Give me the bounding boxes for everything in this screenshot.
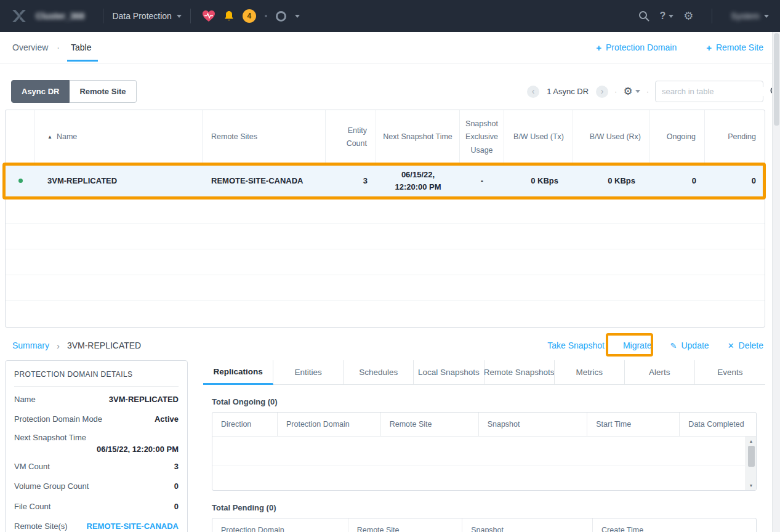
details-panel-title: PROTECTION DOMAIN DETAILS bbox=[14, 361, 179, 386]
empty-table-row bbox=[6, 275, 765, 300]
ongoing-table-body: ▲ ▼ bbox=[212, 436, 756, 490]
tab-alerts[interactable]: Alerts bbox=[625, 360, 695, 385]
pagination-next-button[interactable]: › bbox=[596, 86, 608, 98]
add-protection-domain-button[interactable]: + Protection Domain bbox=[596, 42, 677, 53]
cluster-name[interactable]: Cluster_368 bbox=[36, 11, 84, 21]
protection-domain-details-panel: PROTECTION DOMAIN DETAILS Name 3VM-REPLI… bbox=[5, 360, 188, 532]
page-scrollbar[interactable] bbox=[772, 32, 780, 532]
detail-label: VM Count bbox=[14, 462, 50, 471]
nutanix-logo-icon[interactable] bbox=[11, 9, 27, 23]
separator-dot bbox=[265, 15, 267, 17]
health-heart-icon[interactable] bbox=[202, 10, 215, 22]
tab-schedules[interactable]: Schedules bbox=[344, 360, 414, 385]
update-button[interactable]: ✎ Update bbox=[670, 341, 709, 350]
empty-table-row bbox=[6, 223, 765, 249]
total-ongoing-title: Total Ongoing (0) bbox=[212, 397, 757, 406]
ongoing-table-header: Direction Protection Domain Remote Site … bbox=[212, 413, 756, 436]
sort-asc-icon: ▲ bbox=[47, 133, 52, 142]
page-scrollbar-thumb[interactable] bbox=[774, 33, 779, 126]
user-menu[interactable]: System bbox=[731, 11, 769, 21]
column-header-bw-tx[interactable]: B/W Used (Tx) bbox=[504, 110, 573, 164]
settings-gear-icon[interactable]: ⚙ bbox=[683, 10, 693, 22]
column-header-remote-sites[interactable]: Remote Sites bbox=[203, 110, 326, 164]
tab-events[interactable]: Events bbox=[695, 360, 765, 385]
detail-tabs: Replications Entities Schedules Local Sn… bbox=[203, 360, 765, 385]
topbar-divider bbox=[712, 9, 712, 23]
toggle-async-dr[interactable]: Async DR bbox=[11, 80, 70, 103]
cell-bw-tx: 0 KBps bbox=[504, 164, 573, 197]
cell-pending: 0 bbox=[705, 164, 765, 197]
data-protection-page: Cluster_368 Data Protection 4 bbox=[0, 0, 780, 532]
alerts-bell-icon[interactable] bbox=[224, 10, 234, 22]
alert-count-badge[interactable]: 4 bbox=[243, 9, 256, 23]
question-icon: ? bbox=[659, 10, 665, 22]
ongoing-header-remote-site: Remote Site bbox=[381, 413, 479, 436]
ongoing-table-scrollbar[interactable]: ▲ ▼ bbox=[746, 437, 756, 490]
detail-row-volume-group-count: Volume Group Count 0 bbox=[14, 477, 179, 497]
scroll-down-icon[interactable]: ▼ bbox=[749, 481, 754, 490]
column-header-ongoing[interactable]: Ongoing bbox=[650, 110, 705, 164]
tab-metrics[interactable]: Metrics bbox=[555, 360, 625, 385]
topbar-divider bbox=[103, 9, 103, 23]
section-menu-label: Data Protection bbox=[112, 11, 172, 21]
detail-row-file-count: File Count 0 bbox=[14, 496, 179, 517]
tab-entities[interactable]: Entities bbox=[273, 360, 344, 385]
update-label: Update bbox=[681, 341, 709, 350]
migrate-button[interactable]: Migrate bbox=[623, 341, 652, 350]
tasks-ring-icon[interactable] bbox=[276, 11, 286, 22]
ongoing-header-protection-domain: Protection Domain bbox=[278, 413, 381, 436]
take-snapshot-button[interactable]: Take Snapshot bbox=[547, 341, 605, 350]
scroll-up-icon[interactable]: ▲ bbox=[749, 437, 754, 446]
separator-dot: · bbox=[614, 87, 617, 96]
detail-row-name: Name 3VM-REPLICATED bbox=[14, 389, 179, 409]
ongoing-header-start-time: Start Time bbox=[587, 413, 680, 436]
tab-overview[interactable]: Overview bbox=[12, 42, 48, 52]
section-menu-dropdown[interactable]: Data Protection bbox=[112, 11, 182, 21]
row-separator bbox=[212, 465, 745, 465]
column-header-next-snapshot-time[interactable]: Next Snapshot Time bbox=[376, 110, 460, 164]
add-remote-site-button[interactable]: + Remote Site bbox=[706, 42, 763, 53]
detail-value: Active bbox=[155, 414, 179, 424]
detail-row-next-snapshot-time: Next Snapshot Time 06/15/22, 12:20:00 PM bbox=[14, 429, 179, 456]
cell-snapshot-exclusive-usage: - bbox=[460, 164, 504, 197]
cell-bw-rx: 0 KBps bbox=[573, 164, 650, 197]
delete-button[interactable]: ✕ Delete bbox=[728, 341, 763, 350]
column-header-name[interactable]: ▲ Name bbox=[35, 110, 203, 164]
x-icon: ✕ bbox=[728, 341, 734, 350]
chevron-down-icon bbox=[669, 15, 673, 18]
table-settings-gear[interactable]: ⚙ bbox=[623, 86, 640, 97]
chevron-right-icon: › bbox=[57, 341, 60, 351]
empty-table-row bbox=[6, 249, 765, 275]
chevron-down-icon[interactable] bbox=[295, 15, 300, 18]
search-icon[interactable] bbox=[638, 10, 649, 22]
pending-header-protection-domain: Protection Domain bbox=[212, 518, 348, 532]
breadcrumb-summary-link[interactable]: Summary bbox=[12, 341, 49, 350]
tab-table[interactable]: Table bbox=[68, 33, 94, 62]
protection-domain-table: ▲ Name Remote Sites Entity Count Next Sn… bbox=[5, 110, 765, 328]
topbar-divider bbox=[190, 9, 191, 23]
remote-site-link[interactable]: REMOTE-SITE-CANADA bbox=[87, 522, 179, 531]
help-menu[interactable]: ? bbox=[659, 10, 673, 22]
gear-icon: ⚙ bbox=[623, 86, 632, 97]
search-input[interactable] bbox=[662, 87, 770, 96]
column-header-pending[interactable]: Pending bbox=[705, 110, 765, 164]
tab-local-snapshots[interactable]: Local Snapshots bbox=[414, 360, 484, 385]
add-protection-domain-label: Protection Domain bbox=[606, 42, 677, 52]
detail-label: Next Snapshot Time bbox=[14, 432, 179, 442]
cell-remote-sites: REMOTE-SITE-CANADA bbox=[203, 164, 326, 197]
tab-remote-snapshots[interactable]: Remote Snapshots bbox=[484, 360, 555, 385]
table-row-3vm-replicated[interactable]: 3VM-REPLICATED REMOTE-SITE-CANADA 3 06/1… bbox=[6, 164, 765, 197]
column-header-bw-rx[interactable]: B/W Used (Rx) bbox=[573, 110, 650, 164]
cell-ongoing: 0 bbox=[650, 164, 705, 197]
column-header-entity-count[interactable]: Entity Count bbox=[326, 110, 376, 164]
ongoing-header-snapshot: Snapshot bbox=[479, 413, 588, 436]
empty-table-row bbox=[6, 197, 765, 223]
plus-icon: + bbox=[706, 42, 712, 53]
scrollbar-thumb[interactable] bbox=[748, 446, 755, 467]
empty-table-row bbox=[6, 300, 765, 326]
ongoing-replications-table: Direction Protection Domain Remote Site … bbox=[212, 412, 757, 491]
tab-replications[interactable]: Replications bbox=[203, 360, 273, 385]
toggle-remote-site[interactable]: Remote Site bbox=[70, 80, 136, 103]
column-header-snapshot-exclusive-usage[interactable]: Snapshot Exclusive Usage bbox=[460, 110, 504, 164]
pagination-prev-button[interactable]: ‹ bbox=[527, 86, 539, 98]
